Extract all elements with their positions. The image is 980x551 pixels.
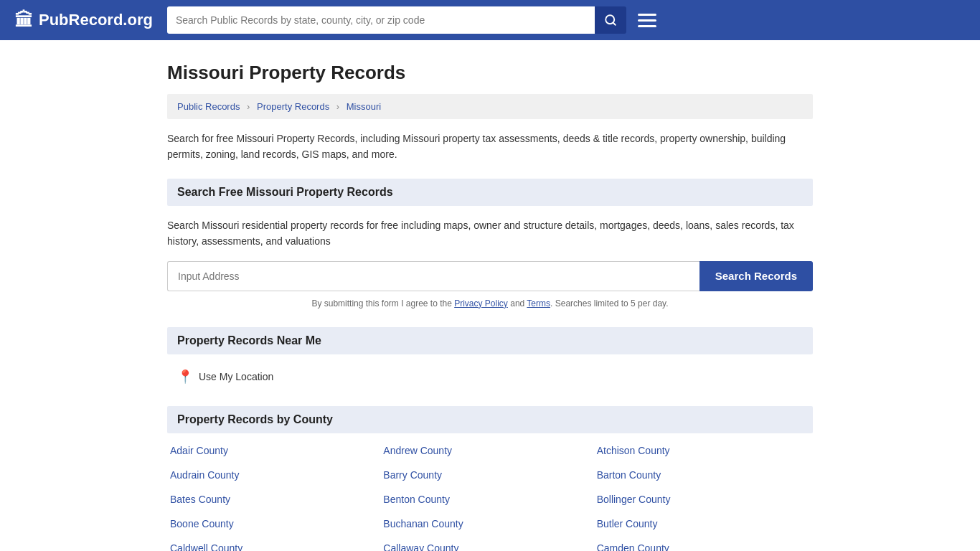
- county-link[interactable]: Boone County: [170, 518, 383, 529]
- privacy-policy-link[interactable]: Privacy Policy: [454, 298, 508, 309]
- breadcrumb-link-missouri[interactable]: Missouri: [347, 101, 381, 112]
- use-location-label: Use My Location: [199, 371, 273, 382]
- site-logo[interactable]: 🏛 PubRecord.org: [14, 9, 153, 32]
- breadcrumb-separator: ›: [247, 101, 250, 112]
- county-link[interactable]: Camden County: [597, 542, 810, 551]
- header-search-input[interactable]: [167, 6, 595, 34]
- hamburger-line: [638, 19, 656, 22]
- near-me-section-header: Property Records Near Me: [167, 327, 813, 354]
- address-search-row: Search Records: [167, 261, 813, 291]
- hamburger-menu-button[interactable]: [635, 11, 659, 30]
- address-input[interactable]: [167, 261, 699, 291]
- county-link[interactable]: Benton County: [383, 494, 596, 505]
- site-header: 🏛 PubRecord.org: [0, 0, 980, 40]
- county-link[interactable]: Bates County: [170, 494, 383, 505]
- hamburger-line: [638, 14, 656, 16]
- county-link[interactable]: Bollinger County: [597, 494, 810, 505]
- county-link[interactable]: Barry County: [383, 469, 596, 481]
- county-link[interactable]: Atchison County: [597, 445, 810, 456]
- breadcrumb-separator: ›: [336, 101, 339, 112]
- header-search-container: [167, 6, 626, 34]
- county-link[interactable]: Callaway County: [383, 542, 596, 551]
- search-section-description: Search Missouri residential property rec…: [167, 217, 813, 250]
- main-content: Missouri Property Records Public Records…: [153, 62, 827, 551]
- county-link[interactable]: Adair County: [170, 445, 383, 456]
- county-link[interactable]: Andrew County: [383, 445, 596, 456]
- county-link[interactable]: Buchanan County: [383, 518, 596, 529]
- search-icon: [604, 14, 617, 27]
- county-link[interactable]: Audrain County: [170, 469, 383, 481]
- breadcrumb-link-property-records[interactable]: Property Records: [257, 101, 329, 112]
- disclaimer-end: . Searches limited to 5 per day.: [550, 298, 669, 309]
- breadcrumb-link-public-records[interactable]: Public Records: [177, 101, 240, 112]
- breadcrumb: Public Records › Property Records › Miss…: [167, 94, 813, 119]
- county-grid: Adair CountyAndrew CountyAtchison County…: [167, 445, 813, 551]
- county-link[interactable]: Barton County: [597, 469, 810, 481]
- use-my-location-button[interactable]: 📍 Use My Location: [167, 364, 813, 389]
- disclaimer-text: By submitting this form I agree to the: [311, 298, 454, 309]
- terms-link[interactable]: Terms: [527, 298, 550, 309]
- logo-text: PubRecord.org: [39, 11, 153, 29]
- county-link[interactable]: Caldwell County: [170, 542, 383, 551]
- building-icon: 🏛: [14, 9, 33, 32]
- form-disclaimer: By submitting this form I agree to the P…: [167, 298, 813, 309]
- header-search-button[interactable]: [595, 6, 626, 34]
- disclaimer-and: and: [508, 298, 527, 309]
- page-title: Missouri Property Records: [167, 62, 813, 84]
- search-section-header: Search Free Missouri Property Records: [167, 179, 813, 206]
- page-description: Search for free Missouri Property Record…: [167, 131, 813, 163]
- county-link[interactable]: Butler County: [597, 518, 810, 529]
- location-pin-icon: 📍: [177, 369, 193, 385]
- search-records-button[interactable]: Search Records: [699, 261, 813, 291]
- hamburger-line: [638, 25, 656, 27]
- county-section-header: Property Records by County: [167, 406, 813, 433]
- svg-line-1: [613, 22, 615, 24]
